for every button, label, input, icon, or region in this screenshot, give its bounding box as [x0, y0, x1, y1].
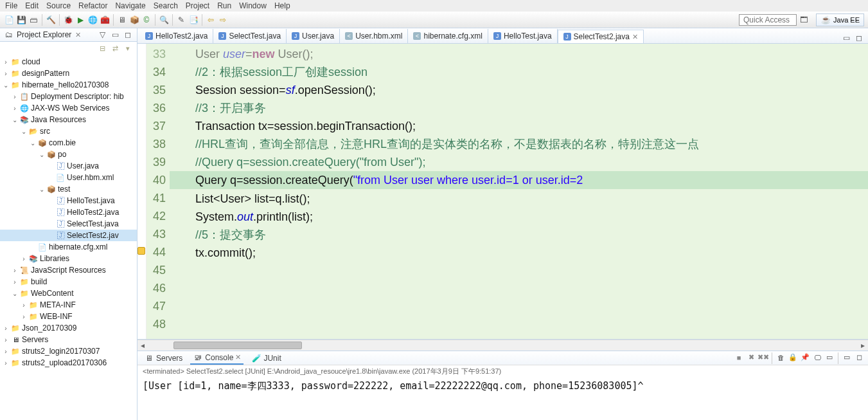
tree-node-json-20170309[interactable]: ›📁Json_20170309 [0, 322, 137, 334]
tree-node-test[interactable]: ⌄📦test [0, 183, 137, 195]
remove-launch-icon[interactable]: ✖ [746, 352, 756, 363]
twisty-icon[interactable]: › [3, 59, 9, 66]
run-icon[interactable]: ▶ [75, 15, 85, 25]
editor-tab-user-java[interactable]: User.java [287, 29, 340, 43]
open-perspective-icon[interactable]: 🗔 [799, 15, 809, 25]
run-server-icon[interactable]: 🌐 [87, 15, 98, 25]
tree-node-hellotest2-java[interactable]: 🇯HelloTest2.java [0, 206, 137, 218]
tree-node-po[interactable]: ⌄📦po [0, 149, 137, 160]
tree-node-jax-ws-web-services[interactable]: ›🌐JAX-WS Web Services [0, 102, 137, 114]
editor-tab-bar[interactable]: HelloTest2.javaSelectTest.javaUser.javaU… [137, 28, 868, 44]
twisty-icon[interactable]: › [3, 360, 9, 367]
tree-node-selecttest2-jav[interactable]: 🇯SelectTest2.jav [0, 230, 137, 241]
tree-node-hellotest-java[interactable]: 🇯HelloTest.java [0, 195, 137, 206]
remove-all-icon[interactable]: ✖✖ [758, 352, 768, 363]
tree-node-build[interactable]: ›📁build [0, 276, 137, 288]
console-tab-bar[interactable]: 🖥Servers🖳Console✕🧪JUnit ■ ✖ ✖✖ 🗑 🔒 📌 🖵 ▭… [137, 351, 868, 365]
ext-tools-icon[interactable]: 🧰 [100, 15, 110, 25]
save-icon[interactable]: 💾 [16, 15, 26, 25]
tree-node-hibernate-cfg-xml[interactable]: 📄hibernate.cfg.xml [0, 241, 137, 253]
tree-node-java-resources[interactable]: ⌄📚Java Resources [0, 114, 137, 125]
twisty-icon[interactable]: ⌄ [39, 186, 45, 193]
menu-window[interactable]: Window [239, 1, 267, 10]
tree-node-user-hbm-xml[interactable]: 📄User.hbm.xml [0, 172, 137, 183]
twisty-icon[interactable]: › [3, 325, 9, 332]
forward-icon[interactable]: ⇨ [218, 15, 228, 25]
editor-tab-hibernate-cfg-xml[interactable]: hibernate.cfg.xml [408, 29, 488, 43]
tree-node-deployment-descriptor--hib[interactable]: ›📋Deployment Descriptor: hib [0, 91, 137, 102]
code-area[interactable]: User user=new User(); //2：根据session工厂创建s… [170, 44, 868, 339]
tree-node-web-inf[interactable]: ›📁WEB-INF [0, 311, 137, 322]
minimize-icon[interactable]: ▭ [842, 352, 852, 363]
tree-node-javascript-resources[interactable]: ›📜JavaScript Resources [0, 264, 137, 276]
bottom-tab-servers[interactable]: 🖥Servers [141, 352, 185, 364]
twisty-icon[interactable]: ⌄ [12, 290, 18, 297]
twisty-icon[interactable]: › [12, 105, 18, 112]
menu-run[interactable]: Run [217, 1, 231, 10]
twisty-icon[interactable]: ⌄ [3, 82, 9, 89]
project-tree[interactable]: ›📁cloud›📁designPattern⌄📁hibernate_hello2… [0, 55, 137, 420]
tree-node-com-bie[interactable]: ⌄📦com.bie [0, 137, 137, 149]
editor-tab-user-hbm-xml[interactable]: User.hbm.xml [340, 29, 408, 43]
menu-bar[interactable]: FileEditSourceRefactorNavigateSearchProj… [0, 0, 868, 12]
new-class-icon[interactable]: © [141, 15, 152, 25]
twisty-icon[interactable]: ⌄ [39, 151, 45, 158]
editor-tab-selecttest2-java[interactable]: SelectTest2.java✕ [558, 30, 644, 44]
maximize-icon[interactable]: ◻ [123, 30, 133, 40]
toggle-mark-icon[interactable]: 📑 [188, 15, 199, 25]
tree-node-struts2-login20170307[interactable]: ›📁struts2_login20170307 [0, 345, 137, 357]
project-explorer-tab[interactable]: 🗂 Project Explorer ✕ ▽ ▭ ◻ [0, 28, 137, 42]
twisty-icon[interactable]: › [21, 302, 27, 309]
new-icon[interactable]: 📄 [4, 15, 14, 25]
scroll-lock-icon[interactable]: 🔒 [788, 352, 798, 363]
debug-icon[interactable]: 🐞 [63, 15, 73, 25]
menu-edit[interactable]: Edit [25, 1, 39, 10]
tree-node-cloud[interactable]: ›📁cloud [0, 56, 137, 68]
tree-node-selecttest-java[interactable]: 🇯SelectTest.java [0, 218, 137, 230]
scroll-thumb[interactable] [173, 342, 302, 349]
clear-icon[interactable]: 🗑 [775, 352, 786, 363]
open-console-icon[interactable]: ▭ [824, 352, 835, 363]
minimize-icon[interactable]: ▭ [841, 33, 851, 43]
menu-refactor[interactable]: Refactor [78, 1, 107, 10]
twisty-icon[interactable]: ⌄ [30, 140, 36, 147]
twisty-icon[interactable]: › [3, 336, 9, 343]
menu-file[interactable]: File [5, 1, 17, 10]
back-icon[interactable]: ⇦ [206, 15, 216, 25]
twisty-icon[interactable]: › [21, 313, 27, 320]
pin-icon[interactable]: 📌 [800, 352, 810, 363]
horizontal-scrollbar[interactable]: ◂ ▸ [137, 340, 868, 351]
tree-node-meta-inf[interactable]: ›📁META-INF [0, 299, 137, 311]
twisty-icon[interactable]: › [3, 348, 9, 355]
editor-tab-hellotest2-java[interactable]: HelloTest2.java [140, 29, 213, 43]
link-editor-icon[interactable]: ⇄ [110, 43, 120, 53]
menu-help[interactable]: Help [274, 1, 290, 10]
warning-marker-icon[interactable] [137, 247, 145, 255]
maximize-icon[interactable]: ◻ [854, 33, 864, 43]
display-icon[interactable]: 🖵 [812, 352, 822, 363]
console-output[interactable]: [User [id=1, name=李四3333, password=22222… [137, 378, 868, 420]
close-icon[interactable]: ✕ [235, 353, 241, 361]
save-all-icon[interactable]: 🗃 [28, 15, 39, 25]
close-icon[interactable]: ✕ [632, 33, 638, 41]
tree-node-designpattern[interactable]: ›📁designPattern [0, 68, 137, 79]
terminate-icon[interactable]: ■ [734, 352, 744, 363]
twisty-icon[interactable]: ⌄ [12, 116, 18, 123]
tree-node-hibernate-hello20170308[interactable]: ⌄📁hibernate_hello20170308 [0, 79, 137, 91]
tree-node-webcontent[interactable]: ⌄📁WebContent [0, 288, 137, 299]
tree-node-libraries[interactable]: ›📚Libraries [0, 253, 137, 264]
perspective-javaee[interactable]: ☕ Java EE [816, 14, 864, 26]
tree-node-servers[interactable]: ›🖥Servers [0, 334, 137, 345]
collapse-all-icon[interactable]: ⊟ [97, 43, 107, 53]
hammer-icon[interactable]: 🔨 [46, 15, 56, 25]
code-editor[interactable]: 33343536373839404142434445464748 User us… [137, 44, 868, 340]
editor-tab-selecttest-java[interactable]: SelectTest.java [213, 29, 287, 43]
twisty-icon[interactable]: ⌄ [21, 128, 27, 135]
menu-source[interactable]: Source [46, 1, 71, 10]
filter-icon[interactable]: ▾ [123, 43, 133, 53]
close-icon[interactable]: ✕ [75, 31, 81, 39]
menu-project[interactable]: Project [186, 1, 209, 10]
tree-node-src[interactable]: ⌄📂src [0, 125, 137, 137]
twisty-icon[interactable]: › [12, 278, 18, 286]
bottom-tab-junit[interactable]: 🧪JUnit [249, 352, 283, 364]
